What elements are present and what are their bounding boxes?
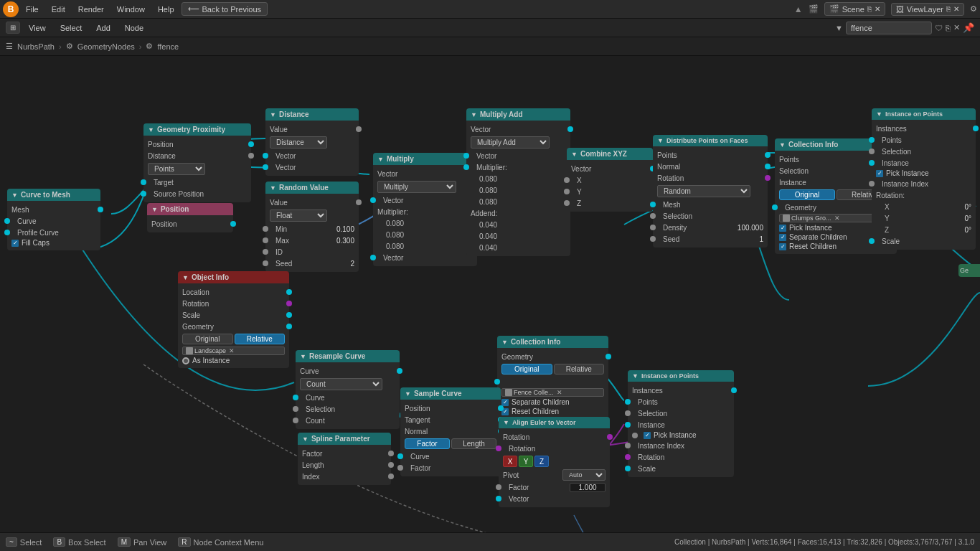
node-geometry-proximity[interactable]: ▼ Geometry Proximity Position Distance P…	[143, 123, 251, 202]
rv-type-dropdown[interactable]: Float	[270, 209, 327, 222]
node-random-value[interactable]: ▼ Random Value Value Float Min 0.100 Max	[265, 182, 359, 272]
menu-render[interactable]: Render	[75, 4, 107, 15]
ci1-tag-x[interactable]: ✕	[834, 215, 840, 222]
ae-pivot-dropdown[interactable]: Auto	[562, 469, 606, 481]
io1-pick-instance[interactable]: Pick Instance	[872, 169, 976, 178]
socket-ae-factor	[496, 484, 501, 490]
copy-icon[interactable]: ⎘	[946, 24, 951, 32]
menu-node[interactable]: Node	[119, 22, 149, 34]
search-bar: ▼ 🛡 ⎘ ✕ 📌	[835, 22, 974, 34]
menu-add[interactable]: Add	[90, 22, 116, 34]
scene-close-icon[interactable]: ✕	[875, 5, 880, 13]
node-header-align-euler: ▼ Align Euler to Vector	[499, 417, 610, 428]
node-resample-curve[interactable]: ▼ Resample Curve Curve Count Curve Selec…	[296, 350, 400, 429]
breadcrumb-icon-0: ☰	[6, 42, 13, 51]
menu-view[interactable]: View	[23, 22, 52, 34]
ci2-tag-x[interactable]: ✕	[557, 389, 562, 396]
back-to-previous-button[interactable]: ⟵ Back to Previous	[182, 2, 268, 16]
node-position[interactable]: ▼ Position Position	[147, 203, 233, 232]
socket-dist-vec1	[263, 153, 268, 159]
node-checkbox-fill-caps[interactable]: Fill Caps	[7, 238, 100, 248]
node-object-info[interactable]: ▼ Object Info Location Rotation Scale Ge…	[178, 271, 289, 368]
node-instance-on-points-2[interactable]: ▼ Instance on Points Instances Points Se…	[628, 370, 734, 477]
menu-window[interactable]: Window	[114, 4, 148, 15]
status-box-select: B Box Select	[53, 537, 105, 547]
oi-btn-relative[interactable]: Relative	[235, 334, 286, 344]
ci1-sep-checkbox[interactable]	[779, 234, 786, 241]
ci2-sep-children[interactable]: Separate Children	[497, 397, 608, 407]
mul-type-dropdown[interactable]: Multiply	[377, 181, 456, 193]
io2-pick-checkbox[interactable]	[644, 432, 651, 439]
topbar-settings-icon[interactable]: ⚙	[970, 4, 977, 14]
ci2-btn-relative[interactable]: Relative	[554, 364, 605, 375]
socket-dp-normal	[765, 164, 771, 169]
socket-io1-scale	[869, 238, 875, 244]
ci2-reset-children[interactable]: Reset Children	[497, 407, 608, 416]
node-row-rc-out: Curve	[296, 365, 400, 377]
ae-axis-z[interactable]: Z	[534, 456, 549, 467]
node-row-dp-mesh: Mesh	[653, 199, 768, 210]
socket-ci2-geo	[606, 354, 611, 359]
node-distance[interactable]: ▼ Distance Value Distance Vector Vector	[265, 108, 359, 176]
scene-selector[interactable]: 🎬 Scene ⎘ ✕	[824, 2, 885, 16]
node-multiply[interactable]: ▼ Multiply Vector Multiply Vector Multip…	[373, 153, 477, 266]
ci1-btn-original[interactable]: Original	[779, 189, 835, 200]
node-header-multiply-add: ▼ Multiply Add	[466, 108, 570, 121]
socket-sp-index	[388, 474, 394, 479]
socket-rc-curve	[293, 395, 298, 400]
node-row-sp-factor: Factor	[298, 448, 391, 459]
menu-select[interactable]: Select	[55, 22, 88, 34]
scene-copy-icon[interactable]: ⎘	[867, 5, 872, 13]
node-canvas[interactable]: ▼ Curve to Mesh Mesh Curve Profile Curve…	[0, 56, 980, 532]
viewlayer-copy-icon[interactable]: ⎘	[946, 5, 951, 13]
dist-type-dropdown[interactable]: Distance	[270, 136, 327, 149]
node-header-random-value: ▼ Random Value	[265, 182, 359, 194]
node-curve-to-mesh[interactable]: ▼ Curve to Mesh Mesh Curve Profile Curve…	[7, 189, 100, 250]
dp-type-dropdown[interactable]: Random	[657, 185, 750, 197]
node-align-euler[interactable]: ▼ Align Euler to Vector Rotation Rotatio…	[499, 417, 610, 507]
breadcrumb-item-geometrynodes[interactable]: GeometryNodes	[77, 42, 135, 51]
rc-type-dropdown[interactable]: Count	[300, 378, 382, 390]
ci2-btn-original[interactable]: Original	[501, 364, 552, 375]
node-sample-curve[interactable]: ▼ Sample Curve Position Tangent Normal F…	[400, 387, 501, 476]
sc-btn-factor[interactable]: Factor	[405, 438, 450, 449]
ae-axis-y[interactable]: Y	[519, 456, 533, 467]
fill-caps-checkbox[interactable]	[11, 240, 19, 247]
search-input[interactable]	[846, 22, 932, 34]
clear-search-icon[interactable]: ✕	[953, 23, 960, 32]
ma-type-dropdown[interactable]: Multiply Add	[471, 136, 550, 149]
menu-file[interactable]: File	[23, 4, 42, 15]
ci2-sep-checkbox[interactable]	[501, 399, 509, 406]
io2-pick-instance[interactable]: Pick Instance	[628, 430, 734, 440]
viewlayer-close-icon[interactable]: ✕	[953, 5, 959, 13]
node-multiply-add[interactable]: ▼ Multiply Add Vector Multiply Add Vecto…	[466, 108, 570, 256]
gp-type-dropdown[interactable]: Points	[148, 163, 205, 175]
node-spline-parameter[interactable]: ▼ Spline Parameter Factor Length Index	[298, 433, 391, 485]
oi-tag-x[interactable]: ✕	[229, 347, 235, 354]
sc-btn-length[interactable]: Length	[451, 438, 496, 449]
node-collection-info-2[interactable]: ▼ Collection Info Geometry Original Rela…	[497, 336, 608, 419]
oi-btn-original[interactable]: Original	[182, 334, 233, 344]
ae-axis-x[interactable]: X	[503, 456, 517, 467]
node-header-geometry-proximity: ▼ Geometry Proximity	[143, 123, 251, 136]
back-arrow-icon: ⟵	[188, 4, 199, 14]
ci1-pick-checkbox[interactable]	[779, 225, 786, 232]
node-combine-xyz[interactable]: ▼ Combine XYZ Vector X Y Z	[567, 148, 653, 212]
menu-edit[interactable]: Edit	[49, 4, 68, 15]
breadcrumb-item-nurbspath[interactable]: NurbsPath	[17, 42, 55, 51]
node-instance-on-points-1[interactable]: ▼ Instance on Points Instances Points Se…	[872, 108, 976, 250]
search-dropdown-icon[interactable]: ▼	[835, 24, 843, 32]
node-distribute-points[interactable]: ▼ Distribute Points on Faces Points Norm…	[653, 135, 768, 248]
socket-ae-rot-in	[496, 446, 501, 451]
pin-icon[interactable]: 📌	[963, 22, 974, 33]
menu-help[interactable]: Help	[155, 4, 177, 15]
io1-pick-checkbox[interactable]	[876, 170, 883, 177]
ci1-reset-checkbox[interactable]	[779, 243, 786, 250]
breadcrumb-item-ffence[interactable]: ffence	[157, 42, 179, 51]
ae-factor-input[interactable]	[570, 483, 606, 492]
workspace-icon[interactable]: ⊞	[6, 22, 20, 34]
node-row-rc-count: Count	[296, 415, 400, 426]
viewlayer-selector[interactable]: 🖼 ViewLayer ⎘ ✕	[891, 3, 964, 16]
socket-profile-curve-in	[4, 230, 10, 235]
node-row-io2-inst: Instances	[628, 385, 734, 396]
